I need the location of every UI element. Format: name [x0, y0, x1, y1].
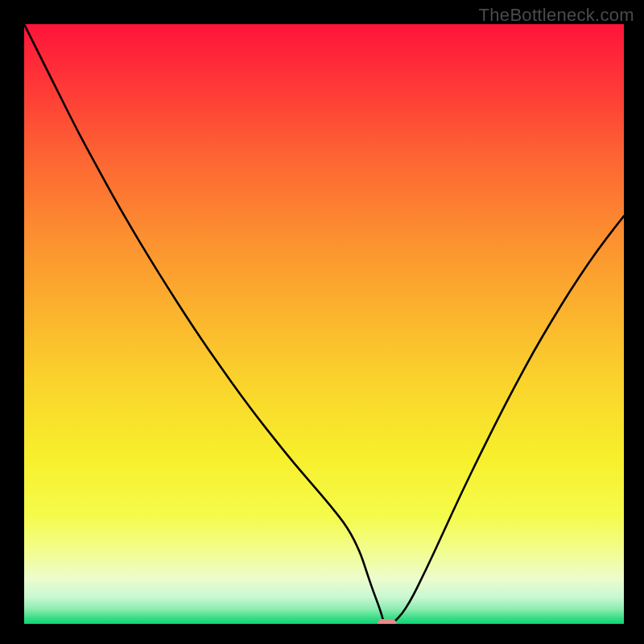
bottleneck-chart [24, 24, 624, 624]
watermark-text: TheBottleneck.com [479, 5, 634, 26]
chart-frame: TheBottleneck.com [0, 0, 644, 644]
gradient-background [24, 24, 624, 624]
plot-area [24, 24, 624, 624]
optimal-point-marker [378, 619, 397, 624]
